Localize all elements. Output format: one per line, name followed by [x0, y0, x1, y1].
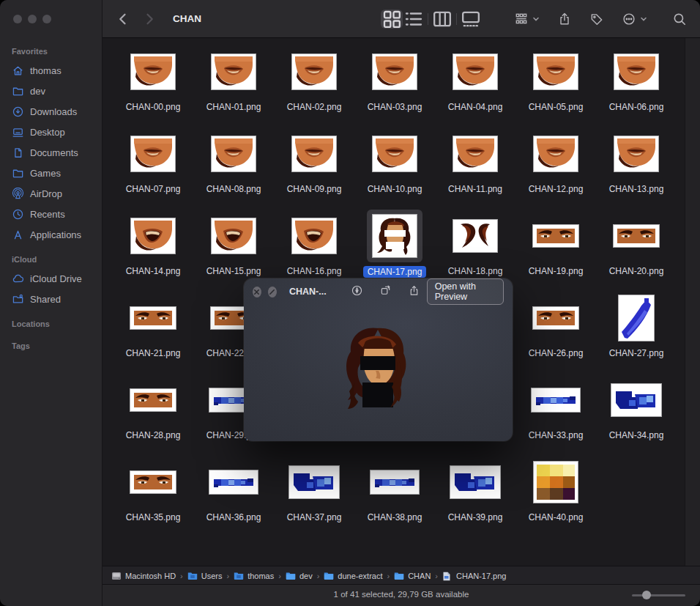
file-thumbnail[interactable]	[274, 45, 354, 98]
file-thumbnail[interactable]	[435, 456, 515, 509]
rotate-icon[interactable]	[379, 284, 392, 300]
file-thumbnail[interactable]	[193, 45, 274, 98]
path-item-dev[interactable]: dev	[286, 572, 313, 580]
file-item[interactable]: CHAN-06.png	[596, 45, 677, 123]
file-name[interactable]: CHAN-35.png	[126, 512, 181, 522]
file-thumbnail[interactable]	[113, 210, 193, 262]
file-item[interactable]: CHAN-11.png	[435, 128, 515, 205]
file-item[interactable]: CHAN-12.png	[515, 128, 596, 205]
file-name[interactable]: CHAN-28.png	[126, 430, 181, 440]
file-name[interactable]: CHAN-18.png	[448, 266, 503, 276]
file-item[interactable]: CHAN-28.png	[113, 374, 193, 451]
path-item-thomas[interactable]: thomas	[234, 572, 274, 580]
file-name[interactable]: CHAN-02.png	[287, 102, 342, 112]
file-thumbnail[interactable]	[354, 210, 435, 262]
file-item[interactable]: CHAN-37.png	[274, 456, 354, 533]
file-thumbnail[interactable]	[354, 128, 435, 180]
file-name[interactable]: CHAN-09.png	[287, 184, 342, 194]
file-item[interactable]: CHAN-19.png	[515, 210, 596, 287]
sidebar-item-games[interactable]: Games	[0, 163, 102, 183]
file-thumbnail[interactable]	[596, 374, 677, 426]
file-name[interactable]: CHAN-13.png	[609, 184, 664, 194]
file-name[interactable]: CHAN-39.png	[448, 512, 503, 522]
file-item[interactable]: CHAN-39.png	[435, 456, 515, 533]
sidebar-item-applications[interactable]: Applications	[0, 224, 102, 245]
sidebar-item-thomas[interactable]: thomas	[0, 60, 102, 81]
file-name[interactable]: CHAN-07.png	[126, 184, 181, 194]
quicklook-fullscreen-button[interactable]	[268, 287, 277, 298]
file-thumbnail[interactable]	[113, 45, 193, 98]
file-name[interactable]: CHAN-33.png	[529, 430, 584, 440]
file-item[interactable]: CHAN-09.png	[274, 128, 354, 205]
file-thumbnail[interactable]	[193, 210, 274, 262]
path-item-chan[interactable]: CHAN	[394, 572, 431, 580]
forward-button[interactable]	[142, 12, 157, 26]
file-thumbnail[interactable]	[274, 456, 354, 509]
file-item[interactable]: CHAN-27.png	[596, 292, 677, 369]
file-name[interactable]: CHAN-12.png	[529, 184, 584, 194]
file-item[interactable]: CHAN-08.png	[193, 128, 274, 205]
file-name[interactable]: CHAN-00.png	[126, 102, 181, 112]
file-item[interactable]: CHAN-13.png	[596, 128, 677, 205]
file-thumbnail[interactable]	[354, 45, 435, 98]
file-name[interactable]: CHAN-05.png	[529, 102, 584, 112]
file-item[interactable]: CHAN-15.png	[193, 210, 274, 287]
file-item[interactable]: CHAN-26.png	[515, 292, 596, 369]
file-name[interactable]: CHAN-21.png	[126, 348, 181, 358]
path-item-chan-17-png[interactable]: CHAN-17.png	[442, 572, 506, 580]
back-button[interactable]	[116, 12, 130, 26]
file-thumbnail[interactable]	[354, 456, 435, 509]
view-gallery-button[interactable]	[460, 10, 482, 29]
tags-button[interactable]	[589, 12, 604, 26]
file-thumbnail[interactable]	[113, 128, 193, 180]
markup-icon[interactable]	[351, 284, 363, 300]
file-item[interactable]: CHAN-14.png	[113, 210, 193, 287]
file-item[interactable]: CHAN-04.png	[435, 45, 515, 123]
file-item[interactable]: CHAN-16.png	[274, 210, 354, 287]
file-thumbnail[interactable]	[113, 456, 193, 509]
file-item[interactable]: CHAN-07.png	[113, 128, 193, 205]
share-icon[interactable]	[408, 284, 420, 300]
sidebar-item-shared[interactable]: Shared	[0, 289, 102, 309]
zoom-button[interactable]	[42, 15, 51, 23]
file-item[interactable]: CHAN-10.png	[354, 128, 435, 205]
file-thumbnail[interactable]	[113, 374, 193, 426]
file-name[interactable]: CHAN-20.png	[609, 266, 664, 276]
group-by-button[interactable]	[514, 12, 540, 26]
file-name[interactable]: CHAN-36.png	[206, 512, 261, 522]
file-item[interactable]: CHAN-05.png	[515, 45, 596, 123]
file-thumbnail[interactable]	[274, 210, 354, 262]
file-name[interactable]: CHAN-40.png	[529, 512, 584, 522]
file-thumbnail[interactable]	[274, 128, 354, 180]
file-name[interactable]: CHAN-08.png	[206, 184, 261, 194]
file-item[interactable]: CHAN-20.png	[596, 210, 677, 287]
sidebar-item-dev[interactable]: dev	[0, 81, 102, 101]
file-name[interactable]: CHAN-14.png	[126, 266, 181, 276]
file-thumbnail[interactable]	[596, 210, 677, 262]
file-thumbnail[interactable]	[435, 210, 515, 262]
file-item[interactable]: CHAN-00.png	[113, 45, 193, 123]
close-button[interactable]	[13, 15, 22, 23]
file-thumbnail[interactable]	[515, 292, 596, 344]
file-name[interactable]: CHAN-10.png	[368, 184, 422, 194]
file-name[interactable]: CHAN-06.png	[609, 102, 664, 112]
sidebar-item-downloads[interactable]: Downloads	[0, 101, 102, 122]
file-item[interactable]: CHAN-01.png	[193, 45, 274, 123]
sidebar-item-desktop[interactable]: Desktop	[0, 122, 102, 142]
file-thumbnail[interactable]	[596, 292, 677, 344]
path-item-dune-extract[interactable]: dune-extract	[324, 572, 382, 580]
file-item[interactable]: CHAN-36.png	[193, 456, 274, 533]
file-name[interactable]: CHAN-03.png	[368, 102, 422, 112]
file-item[interactable]: CHAN-03.png	[354, 45, 435, 123]
scrollbar-gutter[interactable]	[685, 38, 700, 566]
file-name-selected[interactable]: CHAN-17.png	[363, 266, 427, 278]
file-thumbnail[interactable]	[515, 374, 596, 426]
file-name[interactable]: CHAN-34.png	[609, 430, 664, 440]
file-item[interactable]: CHAN-02.png	[274, 45, 354, 123]
file-name[interactable]: CHAN-04.png	[448, 102, 503, 112]
file-item[interactable]: CHAN-35.png	[113, 456, 193, 533]
file-thumbnail[interactable]	[515, 45, 596, 98]
file-thumbnail[interactable]	[435, 128, 515, 180]
view-icons-button[interactable]	[381, 10, 403, 29]
file-thumbnail[interactable]	[596, 128, 677, 180]
